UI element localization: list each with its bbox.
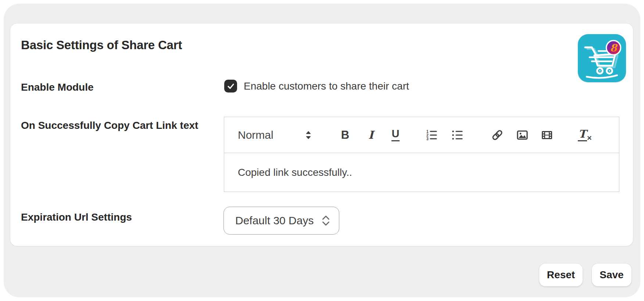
link-button[interactable] [489,126,506,145]
ordered-list-button[interactable]: 1 2 3 [423,126,440,145]
page-title: Basic Settings of Share Cart [21,38,182,52]
copy-cart-link-text-label: On Successfully Copy Cart Link text [21,120,198,131]
reset-button[interactable]: Reset [539,264,583,286]
svg-text:3: 3 [426,137,429,141]
expiration-select[interactable]: Default 30 Days [223,207,339,235]
image-button[interactable] [514,126,531,145]
editor-content[interactable]: Copied link successfully.. [224,153,619,192]
underline-button[interactable]: U [387,126,404,145]
enable-module-checkbox-label: Enable customers to share their cart [244,80,409,92]
bold-icon: B [341,128,349,142]
italic-button[interactable]: I [362,126,380,145]
chevron-updown-icon [321,214,331,227]
enable-module-checkbox[interactable] [224,80,237,93]
editor-toolbar: Normal B I U [224,117,619,153]
checkmark-icon [226,82,235,91]
link-icon [491,129,504,141]
share-cart-app-icon: 8 [578,34,626,82]
expiration-select-value: Default 30 Days [235,214,321,227]
page-background: Basic Settings of Share Cart [0,0,644,301]
video-icon [541,129,553,141]
underline-icon: U [391,128,400,141]
expiration-url-settings-label: Expiration Url Settings [21,211,132,223]
italic-icon: I [368,128,373,141]
shopping-cart-icon: 8 [578,34,626,82]
bullet-list-button[interactable] [448,126,466,145]
bold-button[interactable]: B [336,126,354,145]
image-icon [516,129,528,141]
enable-module-row: Enable customers to share their cart [224,80,409,93]
settings-panel: Basic Settings of Share Cart [4,4,640,297]
format-picker-arrows-icon[interactable] [300,126,317,145]
editor-text: Copied link successfully.. [238,166,605,179]
enable-module-label: Enable Module [21,81,94,93]
brand-badge-icon: 8 [607,41,621,55]
clear-formatting-icon: T ✕ [578,129,592,141]
ordered-list-icon: 1 2 3 [426,129,437,141]
badge-glyph: 8 [610,42,618,54]
paragraph-format-select[interactable]: Normal [238,129,273,141]
save-button[interactable]: Save [592,264,632,286]
basic-settings-card: Basic Settings of Share Cart [10,23,633,246]
rich-text-editor: Normal B I U [224,117,619,192]
bullet-list-icon [451,129,463,141]
video-button[interactable] [538,126,556,145]
clear-formatting-button[interactable]: T ✕ [576,126,594,145]
